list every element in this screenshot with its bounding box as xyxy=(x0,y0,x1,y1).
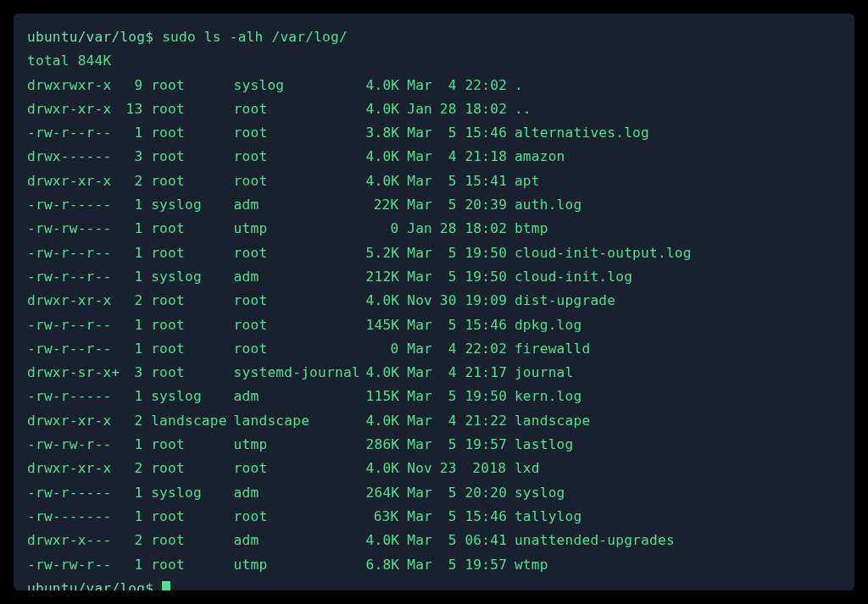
spacer xyxy=(506,193,515,217)
listing-row: -rw-r--r--1 syslogadm 212K Mar5 19:50 cl… xyxy=(27,265,841,289)
col-group: adm xyxy=(234,529,358,552)
col-month: Mar xyxy=(407,361,431,385)
col-name: alternatives.log xyxy=(515,121,649,145)
spacer xyxy=(506,529,515,552)
col-month: Mar xyxy=(407,193,431,217)
col-size: 6.8K xyxy=(366,553,399,577)
col-size: 4.0K xyxy=(366,289,399,313)
spacer xyxy=(358,337,366,361)
spacer xyxy=(358,169,366,193)
col-links: 1 xyxy=(118,313,142,337)
col-day: 5 xyxy=(431,241,456,265)
col-time: 19:57 xyxy=(465,433,506,457)
spacer xyxy=(358,265,366,289)
col-time: 21:17 xyxy=(465,361,506,385)
col-size: 22K xyxy=(366,193,399,217)
col-time: 19:50 xyxy=(465,265,506,289)
spacer xyxy=(142,74,151,97)
col-day: 4 xyxy=(431,145,456,169)
spacer xyxy=(142,361,151,385)
col-perm: -rw------- xyxy=(27,505,118,529)
col-owner: landscape xyxy=(151,409,233,433)
col-links: 1 xyxy=(118,433,142,457)
col-perm: -rw-r--r-- xyxy=(27,121,118,145)
col-time: 15:46 xyxy=(465,121,506,145)
prompt-path: ubuntu/var/log$ xyxy=(27,580,153,590)
col-month: Nov xyxy=(407,457,431,480)
terminal-window[interactable]: ubuntu/var/log$ sudo ls -alh /var/log/ t… xyxy=(14,14,854,590)
col-size: 3.8K xyxy=(366,121,399,145)
col-perm: drwxr-xr-x xyxy=(27,169,118,193)
col-links: 1 xyxy=(118,337,142,361)
spacer xyxy=(457,553,465,577)
col-month: Jan xyxy=(407,217,431,241)
spacer xyxy=(398,433,407,457)
col-owner: root xyxy=(151,289,233,313)
col-links: 3 xyxy=(118,145,142,169)
col-time: 19:50 xyxy=(465,385,506,408)
spacer xyxy=(142,409,151,433)
spacer xyxy=(358,385,366,408)
spacer xyxy=(358,433,366,457)
spacer xyxy=(506,361,515,385)
spacer xyxy=(398,121,407,145)
col-group: syslog xyxy=(234,74,358,97)
col-group: root xyxy=(234,289,358,313)
col-name: firewalld xyxy=(515,337,591,361)
col-day: 5 xyxy=(431,121,456,145)
spacer xyxy=(506,385,515,408)
col-day: 4 xyxy=(431,361,456,385)
col-size: 4.0K xyxy=(366,409,399,433)
spacer xyxy=(142,553,151,577)
col-perm: drwxr-xr-x xyxy=(27,457,118,480)
col-owner: root xyxy=(151,145,233,169)
col-day: 5 xyxy=(431,433,456,457)
col-month: Mar xyxy=(407,481,431,505)
spacer xyxy=(457,97,465,121)
col-name: amazon xyxy=(515,145,565,169)
col-time: 21:22 xyxy=(465,409,506,433)
col-time: 22:02 xyxy=(465,337,506,361)
col-month: Mar xyxy=(407,505,431,529)
cursor-icon xyxy=(162,581,170,590)
spacer xyxy=(358,241,366,265)
col-perm: -rw-r----- xyxy=(27,385,118,408)
listing-row: -rw-r-----1 syslogadm 115K Mar5 19:50 ke… xyxy=(27,385,841,408)
col-size: 0 xyxy=(366,217,399,241)
col-perm: -rw-r--r-- xyxy=(27,241,118,265)
col-owner: syslog xyxy=(151,193,233,217)
listing-row: -rw-r-----1 syslogadm 264K Mar5 20:20 sy… xyxy=(27,481,841,505)
listing-row: -rw-------1 rootroot 63K Mar5 15:46 tall… xyxy=(27,505,841,529)
spacer xyxy=(142,457,151,480)
col-size: 4.0K xyxy=(366,361,399,385)
spacer xyxy=(142,241,151,265)
col-group: landscape xyxy=(234,409,358,433)
col-time: 18:02 xyxy=(465,97,506,121)
listing-row: drwxrwxr-x9 rootsyslog 4.0K Mar4 22:02 . xyxy=(27,74,841,97)
listing-output: drwxrwxr-x9 rootsyslog 4.0K Mar4 22:02 .… xyxy=(27,74,841,577)
prompt-line-2[interactable]: ubuntu/var/log$ xyxy=(27,577,841,590)
spacer xyxy=(457,481,465,505)
col-name: cloud-init.log xyxy=(515,265,632,289)
spacer xyxy=(457,361,465,385)
col-links: 1 xyxy=(118,217,142,241)
col-perm: drwxr-sr-x+ xyxy=(27,361,118,385)
col-name: tallylog xyxy=(515,505,582,529)
col-owner: root xyxy=(151,169,233,193)
spacer xyxy=(506,169,515,193)
spacer xyxy=(506,145,515,169)
col-month: Mar xyxy=(407,529,431,552)
col-perm: -rw-r----- xyxy=(27,481,118,505)
col-group: adm xyxy=(234,481,358,505)
col-perm: -rw-r--r-- xyxy=(27,265,118,289)
col-links: 1 xyxy=(118,121,142,145)
spacer xyxy=(398,97,407,121)
col-links: 1 xyxy=(118,553,142,577)
spacer xyxy=(398,193,407,217)
spacer xyxy=(398,481,407,505)
spacer xyxy=(142,337,151,361)
spacer xyxy=(457,121,465,145)
col-owner: root xyxy=(151,505,233,529)
col-name: dpkg.log xyxy=(515,313,582,337)
spacer xyxy=(358,193,366,217)
